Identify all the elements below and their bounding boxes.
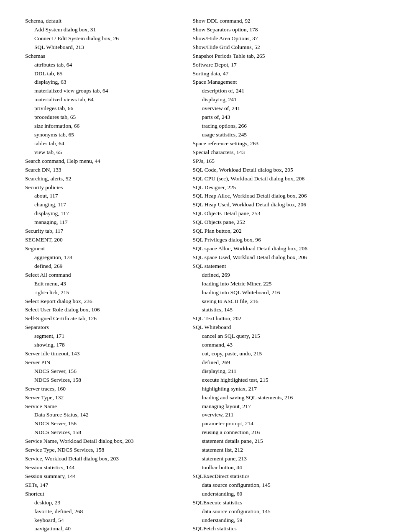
index-entry: Server Type, 132 bbox=[25, 393, 176, 402]
index-entry: Sorting data, 47 bbox=[192, 69, 374, 78]
left-column: Schema, defaultAdd System dialog box, 31… bbox=[25, 17, 188, 532]
index-entry: SQL statement bbox=[192, 262, 374, 271]
index-entry: parts of, 243 bbox=[192, 113, 374, 122]
index-entry: Shortcut bbox=[25, 490, 176, 499]
index-entry: overview of, 241 bbox=[192, 104, 374, 113]
index-entry: understanding, 59 bbox=[192, 516, 374, 525]
index-entry: Search command, Help menu, 44 bbox=[25, 157, 176, 166]
index-entry: Server PIN bbox=[25, 358, 176, 367]
index-entry: procedures tab, 65 bbox=[25, 113, 176, 122]
index-entry: Session statistics, 144 bbox=[25, 463, 176, 472]
index-entry: understanding, 60 bbox=[192, 490, 374, 499]
index-entry: toolbar button, 44 bbox=[192, 463, 374, 472]
index-entry: command, 43 bbox=[192, 341, 374, 350]
index-entry: SQL CPU (sec), Workload Detail dialog bo… bbox=[192, 175, 374, 183]
index-entry: Software Depot, 17 bbox=[192, 61, 374, 69]
index-entry: SQL Objects Detail pane, 253 bbox=[192, 209, 374, 218]
index-entry: Select Report dialog box, 236 bbox=[25, 297, 176, 306]
index-columns: Schema, defaultAdd System dialog box, 31… bbox=[25, 17, 374, 532]
index-entry: Service, Workload Detail dialog box, 203 bbox=[25, 455, 176, 463]
index-entry: SQL space Used, Workload Detail dialog b… bbox=[192, 253, 374, 262]
right-column: Show DDL command, 92Show Separators opti… bbox=[188, 17, 374, 532]
index-entry: defined, 269 bbox=[192, 358, 374, 367]
index-entry: Schema, default bbox=[25, 17, 176, 26]
index-entry: Select All command bbox=[25, 271, 176, 280]
index-entry: usage statistics, 245 bbox=[192, 131, 374, 139]
index-entry: SQL Plan button, 202 bbox=[192, 227, 374, 236]
index-entry: synonyms tab, 65 bbox=[25, 131, 176, 139]
index-entry: loading into Metric Miner, 225 bbox=[192, 280, 374, 288]
index-entry: SQLExecute statistics bbox=[192, 499, 374, 507]
index-entry: DDL tab, 65 bbox=[25, 69, 176, 78]
index-entry: Edit menu, 43 bbox=[25, 280, 176, 288]
index-entry: SQL Objects pane, 252 bbox=[192, 218, 374, 227]
page-container: Schema, defaultAdd System dialog box, 31… bbox=[25, 17, 374, 532]
index-entry: Server traces, 160 bbox=[25, 385, 176, 393]
index-entry: SQL Designer, 225 bbox=[192, 183, 374, 192]
index-entry: loading and saving SQL statements, 216 bbox=[192, 393, 374, 402]
index-entry: changing, 117 bbox=[25, 200, 176, 209]
index-entry: loading into SQL Whiteboard, 216 bbox=[192, 288, 374, 297]
index-entry: Server idle timeout, 143 bbox=[25, 350, 176, 358]
index-entry: Segment bbox=[25, 244, 176, 253]
index-entry: Separators bbox=[25, 323, 176, 332]
index-entry: segment, 171 bbox=[25, 332, 176, 341]
index-entry: Service Type, NDCS Services, 158 bbox=[25, 446, 176, 455]
index-entry: data source configuration, 145 bbox=[192, 507, 374, 516]
index-entry: defined, 269 bbox=[192, 271, 374, 280]
index-entry: highlighting syntax, 217 bbox=[192, 385, 374, 393]
index-entry: overview, 211 bbox=[192, 411, 374, 419]
index-entry: Searching, alerts, 52 bbox=[25, 175, 176, 183]
index-entry: Space Management bbox=[192, 78, 374, 87]
index-entry: view tab, 65 bbox=[25, 148, 176, 157]
index-entry: Add System dialog box, 31 bbox=[25, 26, 176, 34]
index-entry: about, 117 bbox=[25, 192, 176, 200]
index-entry: desktop, 23 bbox=[25, 499, 176, 507]
index-entry: displaying, 63 bbox=[25, 78, 176, 87]
index-entry: SQL Whiteboard, 213 bbox=[25, 43, 176, 52]
index-entry: Special characters, 143 bbox=[192, 148, 374, 157]
index-entry: statement list, 212 bbox=[192, 446, 374, 455]
index-entry: size information, 66 bbox=[25, 122, 176, 131]
index-entry: Search DN, 133 bbox=[25, 166, 176, 175]
index-entry: Show DDL command, 92 bbox=[192, 17, 374, 26]
index-entry: Service Name, Workload Detail dialog box… bbox=[25, 437, 176, 446]
index-entry: aggregation, 178 bbox=[25, 253, 176, 262]
index-entry: NDCS Services, 158 bbox=[25, 376, 176, 385]
index-entry: NDCS Services, 158 bbox=[25, 428, 176, 437]
index-entry: attributes tab, 64 bbox=[25, 61, 176, 69]
index-entry: SQL Heap Alloc, Workload Detail dialog b… bbox=[192, 192, 374, 200]
index-entry: favorite, defined, 268 bbox=[25, 507, 176, 516]
index-entry: Show/Hide Grid Columns, 52 bbox=[192, 43, 374, 52]
index-entry: Snapshot Periods Table tab, 265 bbox=[192, 52, 374, 61]
index-entry: Space reference settings, 263 bbox=[192, 139, 374, 148]
index-entry: saving to ASCII file, 216 bbox=[192, 297, 374, 306]
index-entry: SEGMENT, 200 bbox=[25, 236, 176, 244]
index-entry: Show/Hide Area Options, 37 bbox=[192, 34, 374, 43]
index-entry: NDCS Server, 156 bbox=[25, 419, 176, 428]
index-entry: SQLFetch statistics bbox=[192, 524, 374, 532]
index-entry: displaying, 241 bbox=[192, 95, 374, 104]
index-entry: privileges tab, 66 bbox=[25, 104, 176, 113]
index-entry: displaying, 211 bbox=[192, 367, 374, 376]
index-entry: Session summary, 144 bbox=[25, 472, 176, 481]
index-entry: statistics, 145 bbox=[192, 306, 374, 314]
index-entry: navigational, 40 bbox=[25, 524, 176, 532]
index-entry: SQL Heap Used, Workload Detail dialog bo… bbox=[192, 200, 374, 209]
index-entry: Security tab, 117 bbox=[25, 227, 176, 236]
index-entry: showing, 178 bbox=[25, 341, 176, 350]
index-entry: defined, 269 bbox=[25, 262, 176, 271]
index-entry: SQL Code, Workload Detail dialog box, 20… bbox=[192, 166, 374, 175]
index-entry: NDCS Server, 156 bbox=[25, 367, 176, 376]
index-entry: SQL space Alloc, Workload Detail dialog … bbox=[192, 244, 374, 253]
index-entry: right-click, 215 bbox=[25, 288, 176, 297]
index-entry: Security policies bbox=[25, 183, 176, 192]
index-entry: parameter prompt, 214 bbox=[192, 419, 374, 428]
index-entry: Select User Role dialog box, 106 bbox=[25, 306, 176, 314]
index-entry: SQL Whiteboard bbox=[192, 323, 374, 332]
index-entry: Data Source Status, 142 bbox=[25, 411, 176, 419]
index-entry: reusing a connection, 216 bbox=[192, 428, 374, 437]
index-entry: SPJs, 165 bbox=[192, 157, 374, 166]
index-entry: managing, 117 bbox=[25, 218, 176, 227]
index-entry: Connect / Edit System dialog box, 26 bbox=[25, 34, 176, 43]
